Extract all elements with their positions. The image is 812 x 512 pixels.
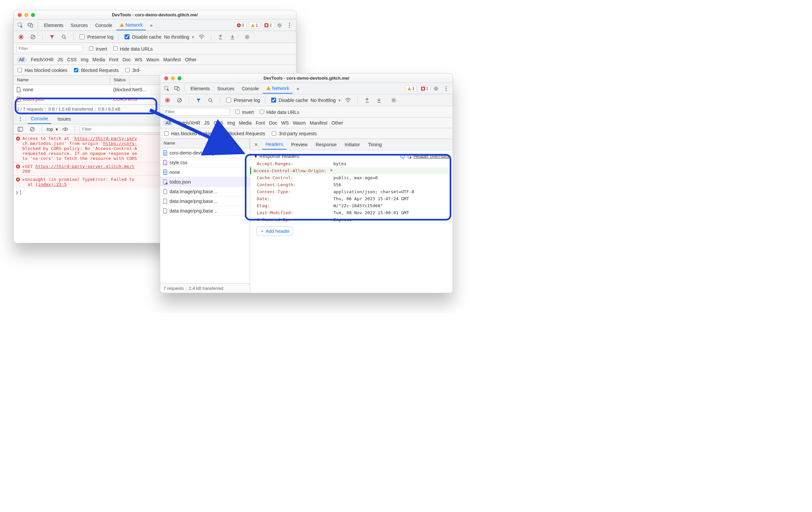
context-select[interactable]: top <box>47 126 53 132</box>
table-row[interactable]: data:image/png;base… <box>160 197 250 206</box>
col-name[interactable]: Name <box>160 139 250 148</box>
issues-badge[interactable]: 2 <box>262 22 274 29</box>
table-row[interactable]: {}style.css <box>160 158 250 168</box>
col-status[interactable]: Status <box>110 76 129 85</box>
preserve-log-checkbox[interactable]: Preserve log <box>78 33 114 40</box>
issues-badge[interactable]: 1 <box>419 85 431 92</box>
chip-font[interactable]: Font <box>109 57 119 62</box>
warnings-badge[interactable]: 1 <box>405 85 417 92</box>
search-icon[interactable] <box>59 32 68 41</box>
kebab-icon[interactable] <box>16 114 25 123</box>
chip-wasm[interactable]: Wasm <box>146 57 159 62</box>
record-icon[interactable] <box>16 32 26 41</box>
invert-checkbox[interactable]: Invert <box>88 45 107 52</box>
chip-manifest[interactable]: Manifest <box>163 57 181 62</box>
detail-tab-initiator[interactable]: Initiator <box>341 140 364 149</box>
detail-tab-preview[interactable]: Preview <box>288 140 311 149</box>
chip-css[interactable]: CSS <box>67 57 77 62</box>
blocked-cookies-checkbox[interactable]: Has blocked cookies <box>16 67 67 73</box>
upload-icon[interactable] <box>362 95 372 105</box>
download-icon[interactable] <box>228 32 237 41</box>
header-row[interactable]: X-Powered-By:Express <box>254 216 449 223</box>
table-row[interactable]: data:image/png;base… <box>160 206 250 216</box>
inspect-icon[interactable] <box>162 84 172 93</box>
detail-tab-timing[interactable]: Timing <box>365 140 385 149</box>
chip-img[interactable]: Img <box>227 120 235 125</box>
header-overrides-link[interactable]: ? Header overrides <box>400 153 449 159</box>
chevron-down-icon[interactable]: ▾ <box>192 34 194 40</box>
header-row[interactable]: Etag:W/"22c-18457c15d68" <box>254 202 449 209</box>
gear-icon[interactable] <box>275 21 284 30</box>
header-row[interactable]: Content-Length:556 <box>254 181 449 188</box>
chip-all[interactable]: All <box>163 120 174 126</box>
blocked-requests-checkbox[interactable]: Blocked Requests <box>219 130 265 137</box>
chip-xhr[interactable]: Fetch/XHR <box>177 120 200 125</box>
chip-ws[interactable]: WS <box>282 120 289 125</box>
detail-tab-headers[interactable]: Headers <box>262 140 286 149</box>
device-icon[interactable] <box>172 84 181 93</box>
record-icon[interactable] <box>163 95 172 105</box>
header-row[interactable]: Accept-Ranges:bytes <box>254 160 449 167</box>
filter-icon[interactable] <box>194 95 203 105</box>
warnings-badge[interactable]: 1 <box>249 22 260 29</box>
chip-xhr[interactable]: Fetch/XHR <box>31 57 54 62</box>
drawer-tab-console[interactable]: Console <box>28 114 51 124</box>
tab-network[interactable]: Network <box>116 20 146 30</box>
tab-console[interactable]: Console <box>238 84 262 93</box>
more-tabs-icon[interactable]: » <box>293 84 302 93</box>
filter-input[interactable] <box>16 45 83 52</box>
add-header-button[interactable]: ＋Add header <box>257 227 293 236</box>
chip-media[interactable]: Media <box>239 120 252 125</box>
filter-input[interactable] <box>163 108 230 116</box>
filter-icon[interactable] <box>47 32 57 41</box>
inspect-icon[interactable] <box>16 21 25 30</box>
header-row[interactable]: Date:Thu, 06 Apr 2023 15:47:24 GMT <box>254 195 449 202</box>
disable-cache-checkbox[interactable]: Disable cache <box>270 96 308 104</box>
chip-js[interactable]: JS <box>204 120 209 125</box>
chip-doc[interactable]: Doc <box>122 57 131 62</box>
table-row[interactable]: cors-demo-devtools.glitch.me <box>160 148 250 158</box>
gear-icon[interactable] <box>389 95 398 105</box>
eye-icon[interactable] <box>61 124 70 134</box>
chevron-down-icon[interactable]: ▾ <box>56 126 58 132</box>
upload-icon[interactable] <box>216 32 225 41</box>
detail-tab-response[interactable]: Response <box>312 140 340 149</box>
gear-icon[interactable] <box>242 32 252 41</box>
hide-urls-checkbox[interactable]: Hide data URLs <box>112 45 153 52</box>
header-row[interactable]: Cache-Control:public, max-age=0 <box>254 174 449 181</box>
header-row[interactable]: Access-Control-Allow-Origin:* <box>250 167 449 174</box>
drawer-tab-issues[interactable]: Issues <box>54 114 74 123</box>
chip-wasm[interactable]: Wasm <box>293 120 306 125</box>
chip-img[interactable]: Img <box>81 57 88 62</box>
third-party-checkbox[interactable]: 3rd-party requests <box>270 130 317 137</box>
third-party-checkbox[interactable]: 3rd- <box>124 67 141 73</box>
chip-manifest[interactable]: Manifest <box>310 120 327 125</box>
col-name[interactable]: Name <box>13 76 110 85</box>
disable-cache-checkbox[interactable]: Disable cache <box>123 33 162 40</box>
errors-badge[interactable]: 3 <box>234 22 246 29</box>
chip-other[interactable]: Other <box>331 120 343 125</box>
close-detail-icon[interactable]: ✕ <box>252 140 261 149</box>
preserve-log-checkbox[interactable]: Preserve log <box>225 96 260 104</box>
hide-urls-checkbox[interactable]: Hide data URLs <box>258 109 299 115</box>
clear-icon[interactable] <box>28 32 38 41</box>
device-icon[interactable] <box>26 21 35 30</box>
sidebar-toggle-icon[interactable] <box>16 124 25 134</box>
clear-console-icon[interactable] <box>28 124 37 134</box>
chip-media[interactable]: Media <box>93 57 105 62</box>
header-row[interactable]: Content-Type:application/json; charset=U… <box>254 188 449 195</box>
table-row[interactable]: none <box>160 168 250 177</box>
wifi-icon[interactable] <box>343 95 353 105</box>
response-headers-section[interactable]: ▼ Response Headers ? Header overrides <box>254 152 449 160</box>
chevron-down-icon[interactable]: ▾ <box>338 97 341 103</box>
header-row[interactable]: Last-Modified:Tue, 08 Nov 2022 15:00:01 … <box>254 209 449 216</box>
gear-icon[interactable] <box>431 84 441 93</box>
tab-elements[interactable]: Elements <box>187 84 213 93</box>
more-tabs-icon[interactable]: » <box>147 21 156 30</box>
chip-js[interactable]: JS <box>58 57 63 62</box>
throttling-select[interactable]: No throttling <box>311 97 336 103</box>
blocked-cookies-checkbox[interactable]: Has blocked cookies <box>163 130 214 137</box>
chip-other[interactable]: Other <box>185 57 197 62</box>
search-icon[interactable] <box>206 95 215 105</box>
chip-css[interactable]: CSS <box>213 120 223 125</box>
